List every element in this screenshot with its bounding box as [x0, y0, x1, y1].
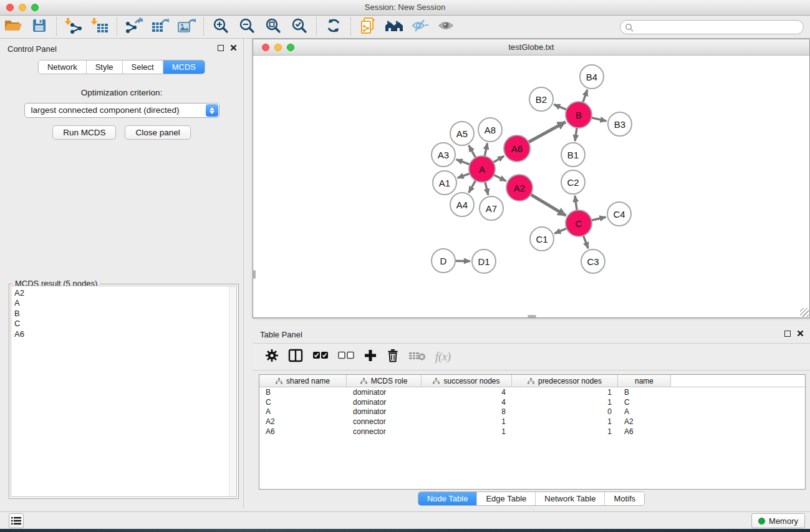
- float-panel-icon[interactable]: [784, 331, 791, 337]
- graph-node-C1[interactable]: C1: [530, 227, 554, 251]
- zoom-fit-button[interactable]: [260, 17, 286, 37]
- tab-edge-table[interactable]: Edge Table: [477, 492, 536, 505]
- export-table-button[interactable]: [147, 17, 173, 37]
- cell-name[interactable]: B: [618, 388, 671, 397]
- mcds-result-item[interactable]: B: [11, 309, 236, 319]
- network-zoom-button[interactable]: [287, 44, 294, 51]
- hide-selected-button[interactable]: [407, 17, 433, 37]
- column-header-predecessor-nodes[interactable]: predecessor nodes: [512, 375, 618, 387]
- zoom-out-button[interactable]: [234, 17, 260, 37]
- cell-mcds_role[interactable]: connector: [347, 417, 422, 426]
- cell-mcds_role[interactable]: dominator: [347, 388, 422, 397]
- cell-name[interactable]: A6: [618, 427, 671, 436]
- cell-successor_nodes[interactable]: 1: [422, 427, 512, 436]
- column-header-successor-nodes[interactable]: successor nodes: [422, 375, 512, 387]
- cell-predecessor_nodes[interactable]: 0: [512, 407, 618, 416]
- graph-node-A3[interactable]: A3: [432, 143, 455, 167]
- column-visibility-icon[interactable]: [288, 349, 303, 365]
- graph-node-A[interactable]: A: [469, 156, 495, 182]
- memory-button[interactable]: Memory: [751, 513, 805, 528]
- table-row[interactable]: Cdominator41C: [259, 397, 805, 407]
- zoom-window-button[interactable]: [31, 4, 39, 11]
- tab-network[interactable]: Network: [39, 60, 87, 74]
- home-network-button[interactable]: [381, 17, 407, 37]
- float-panel-icon[interactable]: [218, 45, 224, 51]
- table-row[interactable]: Adominator80A: [259, 407, 805, 417]
- cell-name[interactable]: C: [618, 398, 671, 407]
- criterion-dropdown[interactable]: largest connected component (directed): [24, 103, 219, 118]
- graph-node-A7[interactable]: A7: [480, 196, 503, 220]
- column-header-MCDS-role[interactable]: MCDS role: [347, 375, 422, 387]
- network-canvas[interactable]: AA1A3A4A5A7A8A6A2BB1B2B3B4CC1C2C3C4DD1: [253, 56, 809, 317]
- search-input[interactable]: [620, 20, 804, 34]
- vertical-scrollbar-thumb[interactable]: [253, 270, 256, 279]
- new-network-from-selection-button[interactable]: [355, 17, 381, 37]
- close-panel-button[interactable]: Close panel: [125, 125, 190, 140]
- zoom-in-button[interactable]: [208, 17, 234, 37]
- deselect-all-rows-icon[interactable]: [338, 351, 354, 362]
- graph-node-B1[interactable]: B1: [561, 143, 585, 167]
- tab-style[interactable]: Style: [87, 60, 123, 74]
- show-all-button[interactable]: [433, 17, 460, 37]
- cell-name[interactable]: A: [618, 407, 671, 416]
- tab-select[interactable]: Select: [123, 60, 163, 74]
- cell-predecessor_nodes[interactable]: 1: [512, 417, 618, 426]
- result-scrollbar[interactable]: [229, 286, 236, 496]
- delete-table-icon-disabled[interactable]: [408, 350, 426, 364]
- cell-name[interactable]: A2: [618, 417, 671, 426]
- cell-mcds_role[interactable]: connector: [347, 427, 422, 436]
- close-window-button[interactable]: [6, 4, 14, 11]
- cell-shared_name[interactable]: A6: [259, 427, 347, 436]
- graph-node-A5[interactable]: A5: [450, 122, 474, 145]
- table-row[interactable]: A6connector11A6: [259, 427, 805, 437]
- cell-mcds_role[interactable]: dominator: [347, 407, 422, 416]
- graph-node-A4[interactable]: A4: [450, 193, 474, 216]
- graph-node-A2[interactable]: A2: [506, 175, 533, 201]
- function-builder-icon-disabled[interactable]: f(x): [435, 351, 451, 364]
- open-session-button[interactable]: [0, 17, 26, 37]
- mcds-result-item[interactable]: C: [11, 319, 236, 329]
- cell-mcds_role[interactable]: dominator: [347, 398, 422, 407]
- cell-successor_nodes[interactable]: 1: [422, 417, 512, 426]
- table-row[interactable]: A2connector11A2: [259, 417, 805, 427]
- table-row[interactable]: Bdominator41B: [259, 387, 805, 397]
- task-history-button[interactable]: [9, 513, 24, 528]
- zoom-selected-button[interactable]: [286, 17, 312, 37]
- graph-node-A8[interactable]: A8: [478, 118, 502, 142]
- close-panel-icon[interactable]: [230, 44, 237, 51]
- resize-grip[interactable]: [800, 308, 809, 317]
- tab-motifs[interactable]: Motifs: [605, 492, 644, 505]
- mcds-result-item[interactable]: A2: [11, 288, 236, 298]
- add-column-icon[interactable]: [364, 349, 377, 365]
- tab-node-table[interactable]: Node Table: [418, 492, 478, 505]
- cell-shared_name[interactable]: B: [259, 388, 347, 397]
- cell-successor_nodes[interactable]: 4: [422, 388, 512, 397]
- network-close-button[interactable]: [262, 44, 269, 51]
- graph-node-D1[interactable]: D1: [472, 249, 496, 273]
- network-minimize-button[interactable]: [274, 44, 282, 51]
- graph-node-B[interactable]: B: [566, 102, 592, 128]
- cell-shared_name[interactable]: C: [259, 398, 347, 407]
- graph-node-C2[interactable]: C2: [561, 170, 585, 194]
- delete-column-trash-icon[interactable]: [387, 349, 399, 365]
- export-image-button[interactable]: [173, 17, 200, 37]
- close-panel-icon[interactable]: [797, 330, 804, 337]
- cell-predecessor_nodes[interactable]: 1: [512, 427, 618, 436]
- cell-predecessor_nodes[interactable]: 1: [512, 398, 618, 407]
- cell-successor_nodes[interactable]: 4: [422, 398, 512, 407]
- horizontal-scrollbar-thumb[interactable]: [528, 315, 536, 317]
- tab-mcds[interactable]: MCDS: [163, 60, 205, 74]
- graph-node-B2[interactable]: B2: [529, 87, 553, 111]
- minimize-window-button[interactable]: [19, 4, 26, 11]
- graph-node-B4[interactable]: B4: [580, 65, 604, 89]
- graph-node-C4[interactable]: C4: [607, 202, 631, 226]
- network-window-titlebar[interactable]: testGlobe.txt: [253, 39, 809, 56]
- save-session-button[interactable]: [26, 17, 52, 37]
- import-network-button[interactable]: [60, 17, 87, 37]
- cell-shared_name[interactable]: A: [259, 407, 347, 416]
- export-network-button[interactable]: [121, 17, 147, 37]
- cell-shared_name[interactable]: A2: [259, 417, 347, 426]
- graph-node-A6[interactable]: A6: [504, 135, 530, 162]
- import-table-button[interactable]: [87, 17, 113, 37]
- cell-successor_nodes[interactable]: 8: [422, 407, 512, 416]
